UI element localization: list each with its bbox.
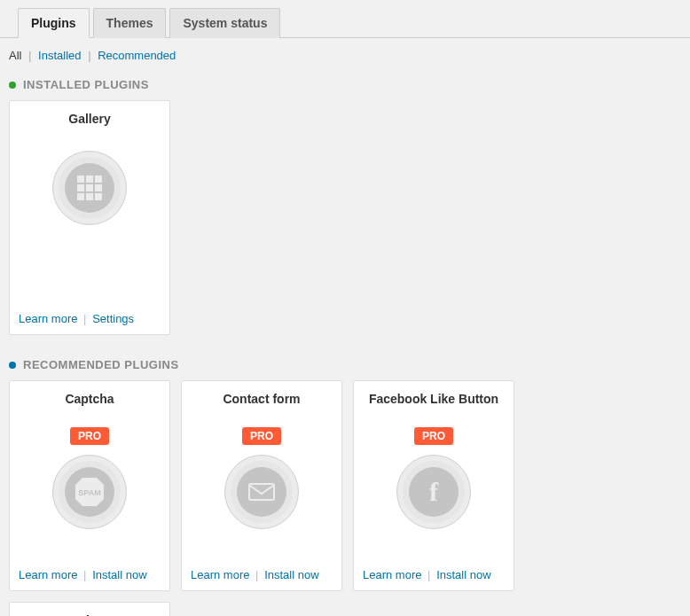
status-dot-icon [9,362,16,369]
separator: | [255,568,258,581]
mail-icon [237,467,286,517]
plugin-card: Gallery Learn more | Settings [9,100,170,335]
plugin-card-footer: Learn more | Install now [19,568,161,581]
separator: | [83,568,86,581]
gallery-icon [65,163,114,213]
tab-bar: Plugins Themes System status [0,0,690,38]
tab-plugins[interactable]: Plugins [18,8,90,38]
section-header-installed: INSTALLED PLUGINS [0,71,690,100]
learn-more-link[interactable]: Learn more [19,312,77,325]
plugin-title: Gallery [68,112,110,126]
plugin-card: Contact form PRO Learn more | Install no… [181,380,342,591]
installed-plugins-row: Gallery Learn more | Settings [0,100,690,351]
plugin-icon-wrap: SPAM [52,455,127,529]
filter-row: All | Installed | Recommended [0,38,690,71]
tab-system-status[interactable]: System status [169,8,280,38]
pro-badge: PRO [414,427,453,445]
recommended-plugins-row: Captcha PRO SPAM Learn more | Install no… [0,380,690,616]
facebook-icon: f [409,467,459,517]
plugin-card-footer: Learn more | Install now [363,568,505,581]
plugin-card: Facebook Like Button PRO f Learn more | … [353,380,514,591]
plugin-title: Captcha [65,392,114,406]
plugin-icon-wrap: f [396,455,471,529]
filter-installed[interactable]: Installed [38,49,81,62]
plugin-icon-wrap [224,455,299,529]
plugin-card-footer: Learn more | Settings [19,312,161,325]
section-title: RECOMMENDED PLUGINS [23,358,179,371]
learn-more-link[interactable]: Learn more [363,568,421,581]
filter-recommended[interactable]: Recommended [98,49,176,62]
install-now-link[interactable]: Install now [436,568,490,581]
separator: | [88,49,90,62]
filter-all[interactable]: All [9,49,21,62]
status-dot-icon [9,82,16,89]
install-now-link[interactable]: Install now [264,568,318,581]
separator: | [427,568,430,581]
separator: | [28,49,31,62]
settings-link[interactable]: Settings [92,312,134,325]
plugin-title: Contact form [223,392,300,406]
install-now-link[interactable]: Install now [92,568,146,581]
pro-badge: PRO [242,427,281,445]
learn-more-link[interactable]: Learn more [19,568,77,581]
section-header-recommended: RECOMMENDED PLUGINS [0,351,690,380]
plugin-card-footer: Learn more | Install now [191,568,333,581]
tab-themes[interactable]: Themes [93,8,167,38]
plugin-icon-wrap [52,151,127,225]
separator: | [83,312,86,325]
svg-text:SPAM: SPAM [78,488,100,497]
svg-rect-2 [249,484,274,500]
spam-icon: SPAM [65,467,114,517]
section-title: INSTALLED PLUGINS [23,78,149,91]
learn-more-link[interactable]: Learn more [191,568,249,581]
pro-badge: PRO [70,427,109,445]
plugin-card: Twitter PRO t Learn more | Install now [9,602,170,616]
plugin-card: Captcha PRO SPAM Learn more | Install no… [9,380,170,591]
plugin-title: Facebook Like Button [369,392,498,406]
